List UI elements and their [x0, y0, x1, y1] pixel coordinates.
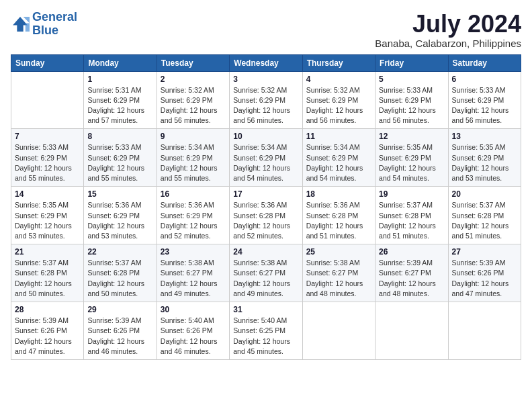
day-number: 2 — [161, 75, 226, 84]
day-info: Sunrise: 5:33 AMSunset: 6:29 PMDaylight:… — [452, 85, 517, 126]
day-number: 20 — [452, 189, 517, 199]
day-header-friday: Friday — [375, 54, 448, 71]
calendar-cell: 11Sunrise: 5:34 AMSunset: 6:29 PMDayligh… — [302, 129, 375, 187]
calendar-cell: 8Sunrise: 5:33 AMSunset: 6:29 PMDaylight… — [84, 129, 157, 187]
day-number: 21 — [15, 247, 80, 257]
day-info: Sunrise: 5:37 AMSunset: 6:28 PMDaylight:… — [87, 258, 152, 299]
calendar-cell: 10Sunrise: 5:34 AMSunset: 6:29 PMDayligh… — [230, 129, 302, 187]
calendar-cell: 31Sunrise: 5:40 AMSunset: 6:25 PMDayligh… — [230, 302, 302, 360]
day-info: Sunrise: 5:33 AMSunset: 6:29 PMDaylight:… — [15, 142, 80, 183]
logo-icon — [11, 15, 30, 34]
day-info: Sunrise: 5:34 AMSunset: 6:29 PMDaylight:… — [161, 142, 226, 183]
day-number: 3 — [233, 75, 298, 84]
day-info: Sunrise: 5:36 AMSunset: 6:28 PMDaylight:… — [306, 200, 371, 241]
calendar-cell: 15Sunrise: 5:36 AMSunset: 6:29 PMDayligh… — [84, 187, 157, 244]
day-info: Sunrise: 5:37 AMSunset: 6:28 PMDaylight:… — [379, 200, 444, 241]
calendar-cell: 2Sunrise: 5:32 AMSunset: 6:29 PMDaylight… — [157, 71, 229, 129]
calendar-cell: 12Sunrise: 5:35 AMSunset: 6:29 PMDayligh… — [375, 129, 448, 187]
calendar-cell — [375, 302, 448, 360]
day-number: 16 — [161, 189, 226, 199]
day-header-saturday: Saturday — [448, 54, 521, 71]
day-info: Sunrise: 5:32 AMSunset: 6:29 PMDaylight:… — [161, 85, 226, 126]
week-row-2: 7Sunrise: 5:33 AMSunset: 6:29 PMDaylight… — [11, 129, 521, 187]
day-info: Sunrise: 5:36 AMSunset: 6:29 PMDaylight:… — [161, 200, 226, 241]
calendar-cell: 7Sunrise: 5:33 AMSunset: 6:29 PMDaylight… — [11, 129, 84, 187]
calendar-cell: 17Sunrise: 5:36 AMSunset: 6:28 PMDayligh… — [230, 187, 302, 244]
week-row-5: 28Sunrise: 5:39 AMSunset: 6:26 PMDayligh… — [11, 302, 521, 360]
day-number: 31 — [233, 305, 298, 314]
day-info: Sunrise: 5:39 AMSunset: 6:26 PMDaylight:… — [87, 316, 152, 357]
day-header-wednesday: Wednesday — [230, 54, 302, 71]
day-info: Sunrise: 5:33 AMSunset: 6:29 PMDaylight:… — [379, 85, 444, 126]
day-number: 11 — [306, 132, 371, 141]
day-info: Sunrise: 5:35 AMSunset: 6:29 PMDaylight:… — [15, 200, 80, 241]
day-info: Sunrise: 5:39 AMSunset: 6:27 PMDaylight:… — [379, 258, 444, 299]
day-info: Sunrise: 5:32 AMSunset: 6:29 PMDaylight:… — [306, 85, 371, 126]
day-info: Sunrise: 5:32 AMSunset: 6:29 PMDaylight:… — [233, 85, 298, 126]
calendar-cell: 21Sunrise: 5:37 AMSunset: 6:28 PMDayligh… — [11, 244, 84, 302]
calendar-cell: 23Sunrise: 5:38 AMSunset: 6:27 PMDayligh… — [157, 244, 229, 302]
logo-text: General Blue — [32, 11, 77, 38]
calendar-cell: 5Sunrise: 5:33 AMSunset: 6:29 PMDaylight… — [375, 71, 448, 129]
title-area: July 2024 Banaba, Calabarzon, Philippine… — [375, 11, 521, 49]
location: Banaba, Calabarzon, Philippines — [375, 38, 521, 49]
day-number: 4 — [306, 75, 371, 84]
day-number: 26 — [379, 247, 444, 257]
calendar-cell: 19Sunrise: 5:37 AMSunset: 6:28 PMDayligh… — [375, 187, 448, 244]
day-info: Sunrise: 5:39 AMSunset: 6:26 PMDaylight:… — [15, 316, 80, 357]
svg-marker-0 — [13, 17, 28, 32]
day-info: Sunrise: 5:37 AMSunset: 6:28 PMDaylight:… — [15, 258, 80, 299]
calendar-cell: 26Sunrise: 5:39 AMSunset: 6:27 PMDayligh… — [375, 244, 448, 302]
day-info: Sunrise: 5:38 AMSunset: 6:27 PMDaylight:… — [306, 258, 371, 299]
calendar-cell: 6Sunrise: 5:33 AMSunset: 6:29 PMDaylight… — [448, 71, 521, 129]
day-number: 29 — [87, 305, 152, 314]
calendar-cell: 25Sunrise: 5:38 AMSunset: 6:27 PMDayligh… — [302, 244, 375, 302]
day-number: 10 — [233, 132, 298, 141]
calendar-cell: 28Sunrise: 5:39 AMSunset: 6:26 PMDayligh… — [11, 302, 84, 360]
day-number: 24 — [233, 247, 298, 257]
day-info: Sunrise: 5:39 AMSunset: 6:26 PMDaylight:… — [452, 258, 517, 299]
calendar-cell — [11, 71, 84, 129]
calendar-cell: 4Sunrise: 5:32 AMSunset: 6:29 PMDaylight… — [302, 71, 375, 129]
day-number: 23 — [161, 247, 226, 257]
day-number: 25 — [306, 247, 371, 257]
day-info: Sunrise: 5:40 AMSunset: 6:26 PMDaylight:… — [161, 316, 226, 357]
calendar-cell: 14Sunrise: 5:35 AMSunset: 6:29 PMDayligh… — [11, 187, 84, 244]
day-number: 12 — [379, 132, 444, 141]
day-number: 14 — [15, 189, 80, 199]
day-number: 22 — [87, 247, 152, 257]
day-info: Sunrise: 5:35 AMSunset: 6:29 PMDaylight:… — [452, 142, 517, 183]
day-info: Sunrise: 5:38 AMSunset: 6:27 PMDaylight:… — [233, 258, 298, 299]
day-number: 15 — [87, 189, 152, 199]
calendar-cell: 16Sunrise: 5:36 AMSunset: 6:29 PMDayligh… — [157, 187, 229, 244]
calendar-header-row: SundayMondayTuesdayWednesdayThursdayFrid… — [11, 54, 521, 71]
calendar-cell: 3Sunrise: 5:32 AMSunset: 6:29 PMDaylight… — [230, 71, 302, 129]
day-number: 8 — [87, 132, 152, 141]
day-number: 6 — [452, 75, 517, 84]
calendar-cell: 22Sunrise: 5:37 AMSunset: 6:28 PMDayligh… — [84, 244, 157, 302]
day-header-tuesday: Tuesday — [157, 54, 229, 71]
day-number: 1 — [87, 75, 152, 84]
day-number: 18 — [306, 189, 371, 199]
day-number: 27 — [452, 247, 517, 257]
calendar-cell: 1Sunrise: 5:31 AMSunset: 6:29 PMDaylight… — [84, 71, 157, 129]
day-info: Sunrise: 5:35 AMSunset: 6:29 PMDaylight:… — [379, 142, 444, 183]
day-info: Sunrise: 5:38 AMSunset: 6:27 PMDaylight:… — [161, 258, 226, 299]
day-info: Sunrise: 5:37 AMSunset: 6:28 PMDaylight:… — [452, 200, 517, 241]
day-info: Sunrise: 5:33 AMSunset: 6:29 PMDaylight:… — [87, 142, 152, 183]
day-info: Sunrise: 5:36 AMSunset: 6:29 PMDaylight:… — [87, 200, 152, 241]
week-row-4: 21Sunrise: 5:37 AMSunset: 6:28 PMDayligh… — [11, 244, 521, 302]
month-title: July 2024 — [375, 11, 521, 38]
week-row-3: 14Sunrise: 5:35 AMSunset: 6:29 PMDayligh… — [11, 187, 521, 244]
day-info: Sunrise: 5:40 AMSunset: 6:25 PMDaylight:… — [233, 316, 298, 357]
day-number: 5 — [379, 75, 444, 84]
day-number: 28 — [15, 305, 80, 314]
day-number: 13 — [452, 132, 517, 141]
calendar-cell: 27Sunrise: 5:39 AMSunset: 6:26 PMDayligh… — [448, 244, 521, 302]
day-header-monday: Monday — [84, 54, 157, 71]
calendar-cell: 13Sunrise: 5:35 AMSunset: 6:29 PMDayligh… — [448, 129, 521, 187]
day-header-thursday: Thursday — [302, 54, 375, 71]
day-info: Sunrise: 5:34 AMSunset: 6:29 PMDaylight:… — [233, 142, 298, 183]
day-info: Sunrise: 5:34 AMSunset: 6:29 PMDaylight:… — [306, 142, 371, 183]
calendar-cell: 18Sunrise: 5:36 AMSunset: 6:28 PMDayligh… — [302, 187, 375, 244]
